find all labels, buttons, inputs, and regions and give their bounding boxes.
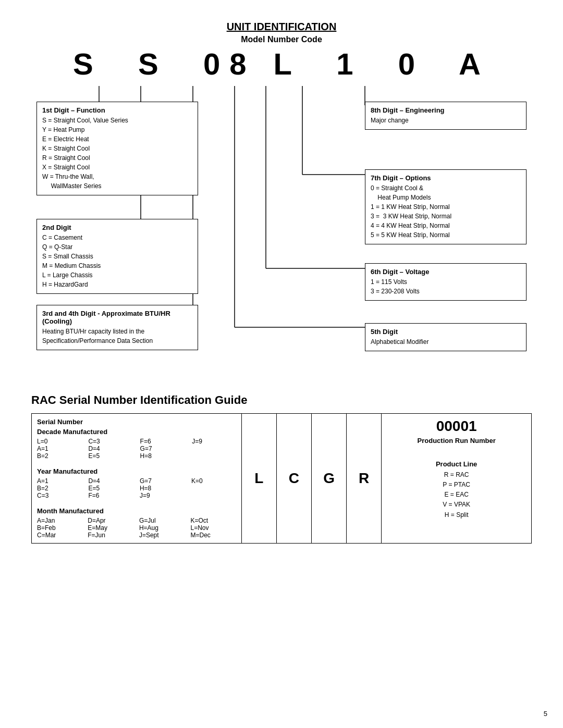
box-3rd-4th-digit: 3rd and 4th Digit - Approximate BTU/HR (… [36, 305, 198, 350]
letter-R-cell: R [347, 413, 382, 543]
month-title: Month Manufactured [37, 507, 236, 515]
box-3rd-4th-digit-title: 3rd and 4th Digit - Approximate BTU/HR (… [42, 310, 192, 325]
product-line-items: R = RAC P = PTAC E = EAC V = VPAK H = Sp… [387, 470, 526, 520]
year-title: Year Manufactured [37, 467, 236, 475]
letter-L-cell: L [241, 413, 276, 543]
rac-title: RAC Serial Number Identification Guide [31, 393, 532, 407]
box-2nd-digit-content: C = Casement Q = Q-Star S = Small Chassi… [42, 233, 192, 289]
production-run-number: 00001 [387, 418, 526, 435]
box-5th-digit-title: 5th Digit [371, 328, 521, 336]
production-run-cell: 00001 Production Run Number Product Line… [382, 413, 532, 543]
box-3rd-4th-digit-content: Heating BTU/Hr capacity listed in the Sp… [42, 327, 192, 346]
box-6th-digit-content: 1 = 115 Volts 3 = 230-208 Volts [371, 277, 521, 296]
rac-table: Serial Number Decade Manufactured L=0C=3… [31, 413, 532, 544]
box-6th-digit-title: 6th Digit – Voltage [371, 268, 521, 276]
box-8th-digit-content: Major change [371, 116, 521, 125]
diagram-area: 1st Digit – Function S = Straight Cool, … [31, 86, 532, 378]
page-number: 5 [544, 710, 547, 718]
model-number-display: S S 08 L 1 0 A [31, 47, 532, 81]
box-7th-digit-content: 0 = Straight Cool & Heat Pump Models 1 =… [371, 183, 521, 240]
serial-decode-cell: Serial Number Decade Manufactured L=0C=3… [32, 413, 242, 543]
year-grid: A=1D=4G=7K=0 B=2E=5H=8 C=3F=6J=9 [37, 477, 236, 499]
decade-grid: L=0C=3F=6J=9 A=1D=4G=7 B=2E=5H=8 [37, 438, 236, 460]
box-7th-digit: 7th Digit – Options 0 = Straight Cool & … [365, 169, 527, 244]
box-1st-digit-title: 1st Digit – Function [42, 106, 192, 114]
box-5th-digit: 5th Digit Alphabetical Modifier [365, 323, 527, 351]
box-6th-digit: 6th Digit – Voltage 1 = 115 Volts 3 = 23… [365, 263, 527, 301]
production-run-label: Production Run Number [387, 437, 526, 445]
letter-G-cell: G [312, 413, 347, 543]
unit-id-section: UNIT IDENTIFICATION Model Number Code S … [31, 21, 532, 81]
box-1st-digit-content: S = Straight Cool, Value Series Y = Heat… [42, 116, 192, 191]
product-line-title: Product Line [387, 460, 526, 468]
box-8th-digit-title: 8th Digit – Engineering [371, 106, 521, 114]
box-8th-digit: 8th Digit – Engineering Major change [365, 102, 527, 130]
box-5th-digit-content: Alphabetical Modifier [371, 337, 521, 347]
serial-number-title: Serial Number [37, 418, 236, 426]
box-1st-digit: 1st Digit – Function S = Straight Cool, … [36, 102, 198, 195]
box-2nd-digit-title: 2nd Digit [42, 224, 192, 231]
month-grid: A=JanD=AprG=JulK=Oct B=FebE=MayH=AugL=No… [37, 517, 236, 539]
decade-title: Decade Manufactured [37, 428, 236, 436]
box-7th-digit-title: 7th Digit – Options [371, 174, 521, 182]
model-code-label: Model Number Code [31, 35, 532, 44]
box-2nd-digit: 2nd Digit C = Casement Q = Q-Star S = Sm… [36, 219, 198, 294]
letter-C-cell: C [276, 413, 311, 543]
unit-id-title: UNIT IDENTIFICATION [31, 21, 532, 33]
rac-section: RAC Serial Number Identification Guide S… [31, 393, 532, 544]
